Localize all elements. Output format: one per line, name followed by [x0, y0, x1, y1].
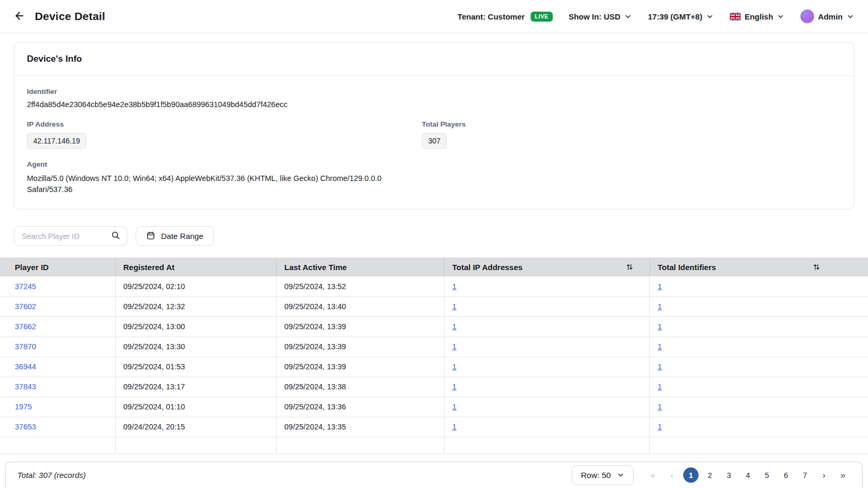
page-button-4[interactable]: 4	[740, 467, 756, 483]
page-title: Device Detail	[35, 10, 105, 23]
language-dropdown[interactable]: English	[730, 12, 785, 21]
ip-address-field: IP Address 42.117.146.19	[27, 120, 422, 149]
chevron-down-icon	[624, 13, 632, 21]
player-id-link[interactable]: 37653	[15, 423, 36, 431]
page-button-1[interactable]: 1	[683, 467, 699, 483]
registered-at-cell: 09/24/2024, 20:15	[115, 417, 276, 437]
user-menu[interactable]: Admin	[800, 9, 854, 23]
pagination: « ‹ 1 2 3 4 5 6 7 › »	[645, 467, 851, 483]
player-id-link[interactable]: 37662	[15, 322, 36, 331]
date-range-label: Date Range	[161, 232, 203, 241]
col-player-id: Player ID	[0, 257, 115, 276]
table-row: 37602 09/25/2024, 12:32 09/25/2024, 13:4…	[0, 296, 868, 317]
filter-bar: Date Range	[14, 226, 854, 246]
search-icon[interactable]	[111, 231, 120, 242]
total-identifiers-link[interactable]: 1	[658, 362, 662, 371]
total-identifiers-link[interactable]: 1	[658, 282, 662, 291]
col-last-active: Last Active Time	[276, 257, 444, 276]
page-button-5[interactable]: 5	[759, 467, 775, 483]
players-table: Player ID Registered At Last Active Time…	[0, 257, 868, 454]
col-total-ips[interactable]: Total IP Addresses	[444, 257, 649, 276]
first-page-button[interactable]: «	[645, 467, 661, 483]
table-row: 1975 09/25/2024, 01:10 09/25/2024, 13:36…	[0, 397, 868, 417]
total-identifiers-link[interactable]: 1	[658, 403, 662, 411]
player-id-link[interactable]: 37245	[15, 282, 36, 291]
total-identifiers-link[interactable]: 1	[658, 423, 662, 431]
page-button-7[interactable]: 7	[797, 467, 813, 483]
rows-per-page-dropdown[interactable]: Row: 50	[572, 465, 634, 485]
player-id-link[interactable]: 37870	[15, 342, 36, 351]
table-footer: Total: 307 (records) Row: 50 « ‹ 1 2 3 4…	[5, 462, 863, 488]
agent-field: Agent Mozilla/5.0 (Windows NT 10.0; Win6…	[27, 160, 841, 195]
total-ips-link[interactable]: 1	[452, 382, 457, 391]
ip-address-label: IP Address	[27, 120, 422, 128]
last-active-cell: 09/25/2024, 13:36	[276, 397, 444, 417]
table-row: 37662 09/25/2024, 13:00 09/25/2024, 13:3…	[0, 317, 868, 337]
sort-icon[interactable]	[626, 263, 634, 271]
sort-icon[interactable]	[813, 263, 820, 271]
total-ips-link[interactable]: 1	[452, 302, 457, 311]
table-row: 37870 09/25/2024, 13:30 09/25/2024, 13:3…	[0, 337, 868, 357]
last-active-cell: 09/25/2024, 13:39	[276, 337, 444, 357]
identifier-value: 2ff4da85d4e23064cb5e94e2e38b5b9f1f5b90aa…	[27, 100, 841, 109]
total-identifiers-link[interactable]: 1	[658, 302, 662, 311]
player-id-link[interactable]: 37843	[15, 382, 36, 391]
rows-per-page-label: Row: 50	[581, 471, 611, 480]
next-page-button[interactable]: ›	[816, 467, 832, 483]
search-input[interactable]	[22, 232, 111, 241]
user-label: Admin	[818, 12, 843, 21]
registered-at-cell: 09/25/2024, 13:00	[115, 317, 276, 337]
chevron-down-icon	[706, 13, 714, 21]
total-players-field: Total Players 307	[422, 120, 841, 149]
registered-at-cell: 09/25/2024, 01:10	[115, 397, 276, 417]
calendar-icon	[146, 231, 155, 242]
registered-at-cell: 09/25/2024, 13:30	[115, 337, 276, 357]
total-ips-link[interactable]: 1	[452, 362, 457, 371]
chevron-down-icon	[777, 13, 785, 21]
last-active-cell: 09/25/2024, 13:39	[276, 357, 444, 377]
player-id-link[interactable]: 36944	[15, 362, 36, 371]
col-total-identifiers[interactable]: Total Identifiers	[649, 257, 868, 276]
registered-at-cell: 09/25/2024, 01:53	[115, 357, 276, 377]
currency-label: Show In: USD	[569, 12, 620, 21]
identifier-field: Identifier 2ff4da85d4e23064cb5e94e2e38b5…	[27, 88, 841, 109]
player-id-link[interactable]: 1975	[15, 403, 32, 411]
total-ips-link[interactable]: 1	[452, 403, 457, 411]
total-ips-link[interactable]: 1	[452, 322, 457, 331]
back-button[interactable]	[14, 10, 25, 23]
registered-at-cell: 09/25/2024, 02:10	[115, 276, 276, 296]
card-title: Device's Info	[14, 43, 854, 76]
table-header-row: Player ID Registered At Last Active Time…	[0, 257, 868, 276]
col-registered-at: Registered At	[115, 257, 276, 276]
table-row-clipped	[0, 437, 868, 454]
top-bar: Device Detail Tenant: Customer LIVE Show…	[0, 0, 868, 33]
live-badge: LIVE	[531, 12, 553, 22]
total-ips-link[interactable]: 1	[452, 282, 457, 291]
language-label: English	[744, 12, 773, 21]
uk-flag-icon	[730, 13, 741, 21]
player-id-link[interactable]: 37602	[15, 302, 36, 311]
last-active-cell: 09/25/2024, 13:35	[276, 417, 444, 437]
table-row: 37245 09/25/2024, 02:10 09/25/2024, 13:5…	[0, 276, 868, 296]
last-active-cell: 09/25/2024, 13:52	[276, 276, 444, 296]
prev-page-button[interactable]: ‹	[664, 467, 680, 483]
currency-dropdown[interactable]: Show In: USD	[569, 12, 632, 21]
page-button-2[interactable]: 2	[702, 467, 718, 483]
chevron-down-icon	[617, 471, 625, 479]
total-identifiers-link[interactable]: 1	[658, 382, 662, 391]
agent-value: Mozilla/5.0 (Windows NT 10.0; Win64; x64…	[27, 173, 428, 195]
total-identifiers-link[interactable]: 1	[658, 342, 662, 351]
ip-address-chip: 42.117.146.19	[27, 133, 87, 149]
timezone-dropdown[interactable]: 17:39 (GMT+8)	[648, 12, 714, 21]
date-range-button[interactable]: Date Range	[136, 226, 214, 246]
page-button-6[interactable]: 6	[778, 467, 794, 483]
registered-at-cell: 09/25/2024, 13:17	[115, 377, 276, 397]
total-records-text: Total: 307 (records)	[17, 471, 86, 480]
last-page-button[interactable]: »	[835, 467, 851, 483]
last-active-cell: 09/25/2024, 13:38	[276, 377, 444, 397]
total-identifiers-link[interactable]: 1	[658, 322, 662, 331]
total-ips-link[interactable]: 1	[452, 342, 457, 351]
total-players-chip: 307	[422, 133, 447, 149]
total-ips-link[interactable]: 1	[452, 423, 457, 431]
page-button-3[interactable]: 3	[721, 467, 737, 483]
